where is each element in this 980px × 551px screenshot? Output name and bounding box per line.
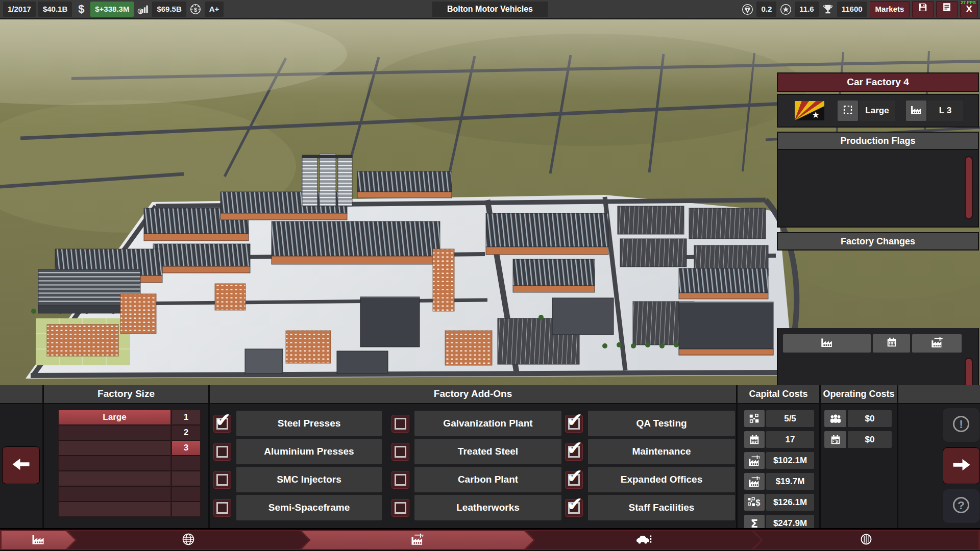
checkbox-smc-injectors[interactable] (213, 471, 231, 489)
checkbox-treated-steel[interactable] (391, 443, 409, 461)
addon-aluminium-presses[interactable]: Aluminium Presses (236, 439, 382, 464)
factory-title-bar: Car Factory 4 (777, 72, 979, 92)
addon-slots-value: 5/5 (766, 410, 814, 427)
markets-button[interactable]: Markets (870, 1, 910, 17)
factory-changes-col-date[interactable] (873, 334, 910, 353)
warnings-button[interactable] (943, 408, 979, 442)
checkbox-qa-testing[interactable] (565, 415, 583, 433)
level-option-1[interactable]: 1 (172, 410, 200, 425)
arrow-right-icon (951, 456, 972, 476)
question-icon (951, 495, 971, 517)
bottom-nav-bar (0, 528, 980, 551)
addon-smc-injectors[interactable]: SMC Injectors (236, 467, 382, 492)
size-option[interactable] (59, 425, 170, 441)
level-option[interactable] (172, 487, 200, 502)
nav-tab-components[interactable] (752, 530, 980, 550)
checkbox-maintenance[interactable] (565, 443, 583, 461)
size-option[interactable] (59, 487, 170, 502)
addon-steel-presses[interactable]: Steel Presses (236, 411, 382, 436)
addon-qa-testing[interactable]: QA Testing (588, 411, 735, 436)
addon-leatherworks[interactable]: Leatherworks (414, 495, 561, 520)
company-value-chart-icon (136, 2, 150, 17)
construction-cost-value: $102.1M (766, 452, 814, 469)
reports-button[interactable] (936, 1, 958, 17)
addons-title: Factory Add-Ons (210, 385, 736, 403)
company-name: Bolton Motor Vehicles (432, 2, 548, 17)
help-button[interactable] (943, 489, 979, 523)
cash-display: $40.1B (38, 2, 72, 17)
factory-changes-col-construction[interactable] (912, 334, 962, 353)
company-flag: ★ (795, 101, 824, 120)
addon-expanded-offices[interactable]: Expanded Offices (588, 467, 735, 492)
construction-icon (744, 452, 765, 469)
level-option-3[interactable]: 3 (172, 441, 200, 456)
level-option[interactable] (172, 456, 200, 471)
calendar-icon (886, 337, 897, 350)
operating-costs-title: Operating Costs (821, 385, 897, 403)
checkbox-staff-facilities[interactable] (565, 499, 583, 517)
nav-tab-vehicle-lineup[interactable] (525, 530, 763, 550)
checkbox-expanded-offices[interactable] (565, 471, 583, 489)
factory-info-row: ★ Large L 3 (777, 94, 979, 128)
level-option[interactable] (172, 502, 200, 516)
addon-staff-facilities[interactable]: Staff Facilities (588, 495, 735, 520)
addon-maintenance[interactable]: Maintenance (588, 439, 735, 464)
value-gauge-icon (189, 2, 202, 17)
report-icon (942, 2, 952, 17)
size-option[interactable] (59, 502, 170, 516)
checkbox-leatherworks[interactable] (391, 499, 409, 517)
addon-galvanization-plant[interactable]: Galvanization Plant (414, 411, 561, 436)
capital-costs-title: Capital Costs (738, 385, 819, 403)
nav-tab-factory-construction[interactable] (300, 530, 535, 550)
factory-size-icon-button[interactable] (838, 101, 858, 121)
checkbox-galvanization-plant[interactable] (391, 415, 409, 433)
star-icon (779, 2, 792, 17)
previous-factory-button[interactable] (2, 446, 40, 484)
monthly-cost-icon (824, 431, 846, 448)
wheel-icon (860, 533, 873, 548)
size-option[interactable] (59, 456, 170, 471)
checkbox-steel-presses[interactable] (213, 415, 231, 433)
save-button[interactable] (912, 1, 934, 17)
factory-size-list: Large (58, 409, 172, 517)
checkbox-aluminium-presses[interactable] (213, 443, 231, 461)
date-display: 1/2017 (3, 2, 36, 17)
factory-size-title: Factory Size (44, 385, 208, 403)
construction-icon (930, 336, 944, 350)
nav-tab-world[interactable] (66, 530, 310, 550)
top-bar: 1/2017 $40.1B $ $+338.3M $69.5B A+ Bolto… (0, 0, 980, 19)
trophy-value-display: 11600 (837, 2, 867, 17)
globe-icon (181, 532, 195, 548)
addon-treated-steel[interactable]: Treated Steel (414, 439, 561, 464)
credit-rating-display: A+ (205, 2, 224, 17)
factory-changes-header: Factory Changes (777, 232, 979, 251)
factory-changes-col-factory[interactable] (783, 334, 871, 353)
level-option-2[interactable]: 2 (172, 425, 200, 441)
star-value-display: 11.6 (795, 2, 818, 17)
production-flags-scrollbar[interactable] (965, 156, 973, 219)
save-icon (918, 2, 928, 17)
calendar-icon (744, 431, 765, 448)
factory-level-icon-button[interactable] (906, 101, 926, 121)
factory-icon (910, 105, 923, 117)
production-flags-list (777, 150, 979, 228)
company-value-display: $69.5B (152, 2, 186, 17)
gem-icon (741, 2, 754, 17)
checkbox-semi-spaceframe[interactable] (213, 499, 231, 517)
addon-carbon-plant[interactable]: Carbon Plant (414, 467, 561, 492)
size-option-large[interactable]: Large (59, 410, 170, 425)
checkbox-carbon-plant[interactable] (391, 471, 409, 489)
exclamation-icon (951, 414, 971, 436)
selection-frame-icon (842, 104, 853, 117)
factory-level-value: L 3 (927, 101, 963, 121)
size-option[interactable] (59, 471, 170, 487)
gem-value-display: 0.2 (756, 2, 776, 17)
level-option[interactable] (172, 471, 200, 487)
addon-slots-icon (744, 410, 765, 427)
size-option[interactable] (59, 441, 170, 456)
nav-tab-factories[interactable] (0, 530, 77, 550)
trophy-icon (821, 2, 835, 17)
factory-level-list: 1 2 3 (171, 409, 201, 517)
addon-semi-spaceframe[interactable]: Semi-Spaceframe (236, 495, 382, 520)
next-factory-button[interactable] (943, 447, 980, 484)
